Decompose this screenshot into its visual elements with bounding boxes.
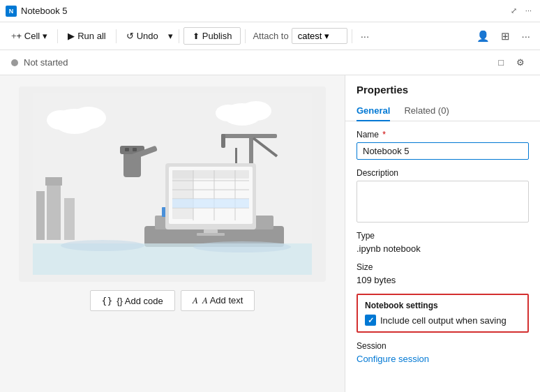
divider-5	[352, 29, 352, 43]
undo-icon: ↺	[126, 31, 134, 41]
svg-rect-46	[125, 148, 129, 151]
description-input[interactable]	[357, 181, 529, 223]
title-bar: N Notebook 5 ⤢ ···	[0, 0, 540, 22]
status-bar: Not started □ ⚙	[0, 50, 540, 75]
app-icon: N	[6, 6, 17, 17]
add-text-button[interactable]: 𝐴 𝐴 Add text	[181, 290, 255, 311]
svg-rect-33	[172, 170, 193, 219]
name-label: Name *	[357, 130, 529, 140]
properties-title: Properties	[345, 75, 540, 96]
window-title: Notebook 5	[21, 6, 504, 16]
name-input[interactable]	[357, 142, 529, 160]
svg-point-2	[71, 107, 106, 129]
cell-button[interactable]: + + Cell ▾	[6, 28, 53, 44]
undo-dropdown-icon: ▾	[168, 31, 173, 41]
svg-rect-8	[45, 177, 62, 186]
svg-rect-41	[172, 199, 249, 208]
notebook-area: {} {} Add code 𝐴 𝐴 Add text	[0, 75, 345, 392]
svg-rect-43	[197, 233, 225, 236]
gear-icon: ⚙	[516, 57, 525, 68]
attach-select[interactable]: catest ▾	[292, 28, 347, 44]
overflow-icon: ···	[521, 30, 530, 42]
attach-dropdown-icon: ▾	[324, 31, 329, 41]
run-all-button[interactable]: ▶ Run all	[62, 28, 111, 44]
svg-point-5	[241, 101, 271, 121]
status-square-button[interactable]: □	[494, 54, 508, 70]
svg-point-28	[61, 240, 144, 251]
name-field: Name *	[357, 130, 529, 160]
undo-dropdown-button[interactable]: ▾	[167, 28, 174, 44]
tab-related[interactable]: Related (0)	[404, 101, 449, 121]
status-icons: □ ⚙	[494, 54, 529, 70]
publish-button[interactable]: ⬆ Publish	[183, 27, 241, 45]
description-field: Description	[357, 168, 529, 223]
svg-rect-47	[133, 148, 137, 151]
divider-2	[116, 29, 117, 43]
run-icon: ▶	[68, 31, 75, 41]
configure-session-link[interactable]: Configure session	[357, 354, 529, 364]
status-dot	[11, 59, 18, 66]
name-required: *	[382, 130, 386, 140]
divider-3	[179, 29, 179, 43]
size-field: Size 109 bytes	[357, 262, 529, 285]
svg-point-6	[216, 105, 241, 121]
type-field: Type .ipynb notebook	[357, 231, 529, 254]
session-label: Session	[357, 341, 529, 351]
svg-point-29	[193, 241, 291, 252]
notebook-settings-title: Notebook settings	[365, 301, 520, 310]
cell-dropdown-icon: ▾	[43, 31, 47, 41]
text-icon: 𝐴	[193, 295, 198, 306]
svg-rect-10	[36, 191, 45, 240]
checkbox-row: Include cell output when saving	[365, 315, 520, 326]
divider-1	[57, 29, 58, 43]
tab-general[interactable]: General	[357, 101, 390, 121]
more-btn[interactable]: ···	[523, 5, 534, 17]
share-icon: 👤	[477, 30, 490, 42]
svg-rect-12	[221, 134, 277, 138]
properties-panel: Properties General Related (0) Name * De…	[345, 75, 540, 392]
properties-body: Name * Description Type .ipynb notebook …	[345, 121, 540, 372]
add-code-button[interactable]: {} {} Add code	[90, 290, 175, 311]
main-layout: {} {} Add code 𝐴 𝐴 Add text Properties G…	[0, 75, 540, 392]
view-button[interactable]: ⊞	[497, 27, 514, 45]
svg-rect-7	[47, 184, 61, 240]
svg-rect-9	[64, 198, 75, 240]
size-value: 109 bytes	[357, 275, 529, 285]
undo-button[interactable]: ↺ Undo	[121, 28, 164, 44]
svg-rect-13	[221, 134, 225, 148]
description-label: Description	[357, 168, 529, 178]
size-label: Size	[357, 262, 529, 272]
grid-icon: ⊞	[501, 30, 510, 42]
divider-4	[245, 29, 246, 43]
maximize-btn[interactable]: ⤢	[508, 5, 520, 17]
plus-icon: +	[11, 31, 17, 41]
toolbar: + + Cell ▾ ▶ Run all ↺ Undo ▾ ⬆ Publish …	[0, 22, 540, 50]
svg-point-3	[47, 110, 75, 130]
attach-label: Attach to	[253, 31, 288, 41]
more-actions-button[interactable]: ···	[357, 27, 374, 45]
status-gear-button[interactable]: ⚙	[512, 54, 529, 70]
status-text: Not started	[24, 57, 488, 68]
session-section: Session Configure session	[357, 341, 529, 364]
checkbox-icon[interactable]	[365, 315, 376, 326]
publish-icon: ⬆	[193, 31, 200, 41]
notebook-settings-box: Notebook settings Include cell output wh…	[357, 294, 529, 333]
notebook-buttons: {} {} Add code 𝐴 𝐴 Add text	[90, 290, 255, 311]
share-button[interactable]: 👤	[472, 27, 494, 45]
window-controls: ⤢ ···	[508, 5, 534, 17]
checkbox-label: Include cell output when saving	[380, 315, 507, 326]
properties-tabs: General Related (0)	[345, 96, 540, 121]
code-icon: {}	[102, 296, 113, 306]
overflow-button[interactable]: ···	[517, 27, 534, 45]
type-label: Type	[357, 231, 529, 241]
illustration	[19, 86, 326, 282]
type-value: .ipynb notebook	[357, 243, 529, 254]
square-icon: □	[498, 57, 504, 68]
